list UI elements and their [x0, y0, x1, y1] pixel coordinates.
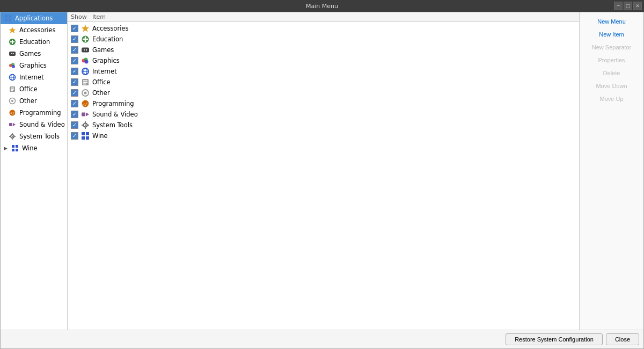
sidebar: Applications Accessories Education Games: [1, 12, 68, 330]
checkbox-accessories[interactable]: [71, 25, 78, 32]
svg-point-57: [84, 92, 87, 94]
list-item[interactable]: Sound & Video: [68, 109, 579, 120]
restore-button[interactable]: Restore System Configuration: [506, 333, 603, 345]
maximize-button[interactable]: □: [624, 2, 632, 10]
svg-marker-27: [13, 123, 16, 126]
checkbox-other[interactable]: [71, 89, 78, 97]
sidebar-label-programming: Programming: [19, 109, 61, 117]
list-item[interactable]: </> Programming: [68, 98, 579, 109]
main-panel: Show Item Accessories: [68, 12, 579, 330]
svg-rect-26: [9, 123, 12, 126]
svg-point-11: [13, 53, 14, 54]
sidebar-item-systemtools[interactable]: System Tools: [1, 130, 67, 142]
svg-rect-1: [9, 15, 11, 18]
svg-rect-37: [16, 149, 18, 151]
titlebar: Main Menu ─ □ ✕: [0, 0, 644, 12]
svg-rect-68: [82, 132, 85, 135]
sidebar-item-applications[interactable]: Applications: [1, 12, 67, 24]
svg-rect-3: [9, 19, 11, 21]
wine-list-icon: [81, 132, 90, 140]
sidebar-item-accessories[interactable]: Accessories: [1, 24, 67, 36]
move-down-button: Move Down: [583, 81, 640, 91]
svg-rect-70: [82, 136, 85, 140]
sidebar-label-education: Education: [19, 38, 50, 46]
bottom-bar: Restore System Configuration Close: [1, 330, 643, 348]
checkbox-office[interactable]: [71, 78, 78, 86]
checkbox-education[interactable]: [71, 35, 78, 43]
list-item[interactable]: System Tools: [68, 120, 579, 130]
office-list-label: Office: [92, 78, 111, 86]
games-list-icon: [81, 46, 90, 54]
sidebar-label-other: Other: [19, 97, 37, 105]
applications-icon: [4, 14, 12, 23]
sidebar-item-graphics[interactable]: Graphics: [1, 60, 67, 71]
list-item[interactable]: Graphics: [68, 55, 579, 66]
svg-rect-54: [83, 82, 87, 83]
list-item[interactable]: Other: [68, 88, 579, 98]
new-menu-button[interactable]: New Menu: [583, 17, 640, 26]
wine-expand-arrow: ▶: [4, 146, 8, 151]
sidebar-item-education[interactable]: Education: [1, 36, 67, 48]
other-list-icon: [81, 89, 90, 97]
internet-list-icon: [81, 67, 90, 76]
svg-point-14: [12, 65, 15, 68]
sidebar-label-internet: Internet: [19, 74, 44, 81]
new-item-button[interactable]: New Item: [583, 30, 640, 39]
list-item[interactable]: Internet: [68, 66, 579, 77]
education-sidebar-icon: [8, 38, 17, 46]
svg-point-48: [85, 60, 89, 64]
new-separator-button: New Separator: [583, 42, 640, 52]
close-button[interactable]: ✕: [633, 2, 642, 10]
systemtools-sidebar-icon: [8, 132, 17, 141]
sidebar-item-programming[interactable]: </> Programming: [1, 107, 67, 119]
systemtools-list-label: System Tools: [92, 121, 133, 129]
minimize-button[interactable]: ─: [614, 2, 623, 10]
sidebar-item-games[interactable]: Games: [1, 48, 67, 60]
close-button-footer[interactable]: Close: [606, 333, 639, 345]
sidebar-item-other[interactable]: Other: [1, 95, 67, 107]
window-controls[interactable]: ─ □ ✕: [614, 2, 642, 10]
window-title: Main Menu: [306, 3, 338, 10]
graphics-list-icon: [81, 56, 90, 65]
sidebar-item-wine[interactable]: ▶ Wine: [1, 142, 67, 154]
checkbox-wine[interactable]: [71, 132, 78, 140]
sidebar-label-systemtools: System Tools: [19, 133, 60, 140]
accessories-list-icon: [81, 24, 90, 33]
checkbox-programming[interactable]: [71, 100, 78, 107]
checkbox-soundvideo[interactable]: [71, 111, 78, 118]
graphics-sidebar-icon: [8, 61, 17, 70]
svg-rect-36: [12, 149, 14, 151]
checkbox-graphics[interactable]: [71, 57, 78, 64]
svg-rect-19: [11, 88, 14, 89]
sidebar-label-wine: Wine: [22, 144, 38, 152]
svg-marker-38: [82, 25, 89, 32]
sidebar-item-internet[interactable]: Internet: [1, 71, 67, 83]
sidebar-label-applications: Applications: [15, 14, 53, 22]
svg-point-23: [11, 100, 13, 102]
soundvideo-list-icon: [81, 110, 90, 119]
sidebar-item-office[interactable]: Office: [1, 83, 67, 95]
list-item[interactable]: Wine: [68, 130, 579, 141]
svg-rect-55: [83, 84, 86, 85]
svg-rect-0: [5, 15, 8, 18]
sidebar-item-soundvideo[interactable]: Sound & Video: [1, 119, 67, 130]
checkbox-internet[interactable]: [71, 68, 78, 75]
list-item[interactable]: Office: [68, 77, 579, 88]
svg-rect-20: [11, 89, 14, 90]
internet-list-label: Internet: [92, 68, 117, 75]
sidebar-label-soundvideo: Sound & Video: [19, 121, 65, 128]
svg-rect-34: [12, 145, 14, 148]
list-item[interactable]: Accessories: [68, 23, 579, 34]
list-item[interactable]: Education: [68, 34, 579, 45]
checkbox-games[interactable]: [71, 46, 78, 54]
checkbox-systemtools[interactable]: [71, 121, 78, 129]
other-list-label: Other: [92, 89, 110, 97]
programming-list-label: Programming: [92, 100, 134, 107]
svg-text:</>: </>: [10, 111, 16, 115]
items-list: Accessories Education Games: [68, 22, 579, 330]
sidebar-label-games: Games: [19, 50, 41, 57]
column-headers: Show Item: [68, 12, 579, 22]
svg-marker-61: [86, 113, 89, 117]
svg-rect-53: [83, 81, 87, 82]
list-item[interactable]: Games: [68, 45, 579, 55]
